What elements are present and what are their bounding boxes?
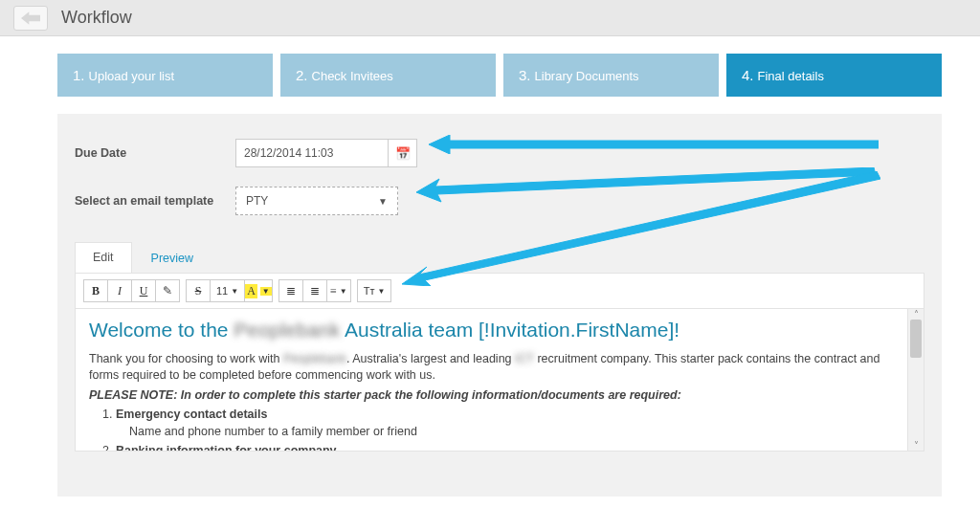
calendar-icon: 📅 bbox=[395, 146, 411, 161]
chevron-down-icon: ▼ bbox=[340, 287, 347, 296]
editor-tabs: Edit Preview bbox=[75, 242, 924, 273]
highlight-button[interactable]: A▼ bbox=[244, 279, 273, 302]
chevron-down-icon: ▼ bbox=[231, 287, 238, 296]
underline-button[interactable]: U bbox=[131, 279, 156, 302]
svg-marker-0 bbox=[21, 11, 40, 24]
list-item: Emergency contact details Name and phone… bbox=[116, 408, 894, 438]
back-button[interactable] bbox=[13, 6, 48, 31]
step-1[interactable]: 1.Upload your list bbox=[57, 54, 273, 97]
doc-heading: Welcome to the Peoplebank Australia team… bbox=[89, 319, 894, 342]
step-2[interactable]: 2.Check Invitees bbox=[280, 54, 496, 97]
tab-edit[interactable]: Edit bbox=[75, 242, 132, 273]
tab-preview[interactable]: Preview bbox=[138, 242, 207, 273]
align-button[interactable]: ≡▼ bbox=[326, 279, 351, 302]
step-3[interactable]: 3.Library Documents bbox=[503, 54, 719, 97]
list-item: Banking information for your company bbox=[116, 444, 894, 451]
main-canvas: 1.Upload your list 2.Check Invitees 3.Li… bbox=[0, 36, 980, 507]
strike-button[interactable]: S bbox=[186, 279, 211, 302]
title-bar: Workflow bbox=[0, 0, 980, 36]
editor-document[interactable]: Welcome to the Peoplebank Australia team… bbox=[76, 309, 907, 451]
eraser-button[interactable]: ✎ bbox=[155, 279, 180, 302]
font-size-button[interactable]: 11▼ bbox=[210, 279, 245, 302]
rich-text-editor: B I U ✎ S 11▼ A▼ ≣ ≣ ≡▼ Tт▼ bbox=[75, 273, 924, 452]
doc-please-note: PLEASE NOTE: In order to complete this s… bbox=[89, 387, 894, 404]
text-style-button[interactable]: Tт▼ bbox=[357, 279, 392, 302]
email-template-value: PTY bbox=[246, 194, 268, 208]
due-date-input[interactable] bbox=[235, 139, 389, 167]
due-date-picker-button[interactable]: 📅 bbox=[389, 139, 417, 167]
scroll-track[interactable] bbox=[908, 320, 924, 440]
doc-requirements-list: Emergency contact details Name and phone… bbox=[116, 408, 894, 451]
editor-scrollbar[interactable]: ˄ ˅ bbox=[907, 309, 924, 451]
bullet-list-button[interactable]: ≣ bbox=[278, 279, 303, 302]
panel-final-details: Due Date 📅 Select an email template PTY … bbox=[57, 114, 942, 496]
step-4[interactable]: 4.Final details bbox=[726, 54, 942, 97]
row-due-date: Due Date 📅 bbox=[75, 139, 924, 167]
due-date-label: Due Date bbox=[75, 146, 235, 160]
chevron-down-icon: ▼ bbox=[378, 287, 386, 296]
bold-button[interactable]: B bbox=[83, 279, 108, 302]
chevron-down-icon: ▼ bbox=[260, 287, 272, 296]
email-template-label: Select an email template bbox=[75, 194, 235, 208]
scroll-thumb[interactable] bbox=[910, 320, 922, 358]
scroll-up-icon[interactable]: ˄ bbox=[914, 309, 919, 320]
scroll-down-icon[interactable]: ˅ bbox=[914, 440, 919, 451]
email-template-dropdown[interactable]: PTY ▼ bbox=[235, 187, 398, 215]
chevron-down-icon: ▼ bbox=[378, 196, 388, 207]
page-title: Workflow bbox=[61, 8, 132, 28]
back-arrow-icon bbox=[21, 11, 40, 26]
wizard-steps: 1.Upload your list 2.Check Invitees 3.Li… bbox=[57, 54, 942, 97]
doc-paragraph-1: Thank you for choosing to work with Peop… bbox=[89, 351, 894, 384]
editor-toolbar: B I U ✎ S 11▼ A▼ ≣ ≣ ≡▼ Tт▼ bbox=[76, 274, 924, 309]
row-email-template: Select an email template PTY ▼ bbox=[75, 187, 924, 215]
italic-button[interactable]: I bbox=[107, 279, 132, 302]
number-list-button[interactable]: ≣ bbox=[302, 279, 327, 302]
